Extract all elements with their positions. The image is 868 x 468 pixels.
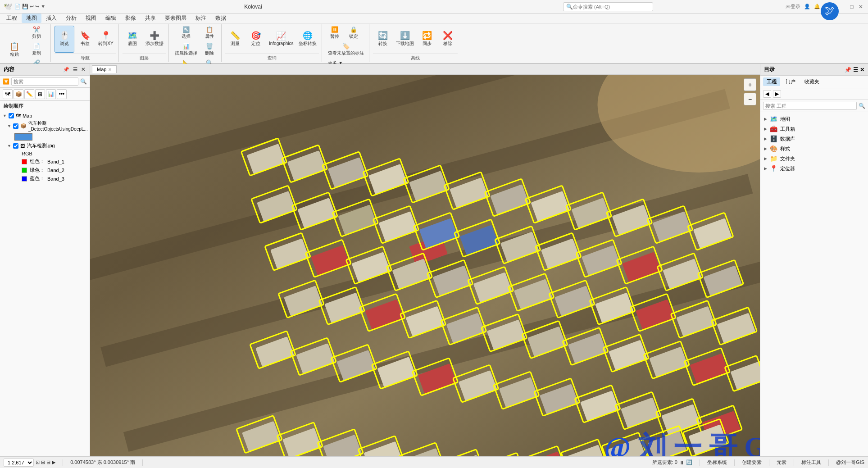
maximize-button[interactable]: □ bbox=[848, 3, 855, 10]
ribbon-group-clipboard: 📋 粘贴 ✂️ 剪切 📄 复制 🔗 复制路径 剪贴板 bbox=[2, 24, 51, 62]
map-tab-main[interactable]: Map ✕ bbox=[92, 65, 117, 73]
ribbon-cut-button[interactable]: ✂️ 剪切 bbox=[25, 25, 48, 41]
ribbon-remove-button[interactable]: ❌ 移除 bbox=[438, 26, 458, 53]
expand-arrow-jpg[interactable]: ▼ bbox=[7, 144, 11, 148]
ribbon-coord-convert-button[interactable]: 🌐 坐标转换 bbox=[296, 26, 319, 53]
app-title: Kolovai bbox=[76, 4, 431, 10]
layer-item-color-box[interactable] bbox=[0, 132, 90, 141]
right-panel-close-button[interactable]: ✕ bbox=[860, 67, 864, 73]
toolbar-layer-btn[interactable]: 📦 bbox=[14, 89, 23, 99]
map-zoom-out-button[interactable]: − bbox=[744, 93, 756, 105]
catalog-back-button[interactable]: ◀ bbox=[763, 90, 771, 98]
catalog-tab-favorites[interactable]: 收藏夹 bbox=[801, 77, 823, 86]
left-panel-menu-button[interactable]: ☰ bbox=[72, 67, 78, 73]
coordinates-display: 0.0074583° 东 0.0030915° 南 bbox=[70, 459, 135, 466]
left-panel-pin-button[interactable]: 📌 bbox=[62, 67, 70, 73]
left-panel-header: 内容 📌 ☰ ✕ bbox=[0, 64, 90, 76]
ribbon-download-map-button[interactable]: ⬇️ 下载地图 bbox=[394, 26, 416, 53]
window-controls[interactable]: ─ □ ✕ bbox=[839, 3, 864, 10]
menu-map[interactable]: 地图 bbox=[22, 14, 41, 23]
close-tab-button[interactable]: ✕ bbox=[108, 67, 112, 72]
menu-data[interactable]: 数据 bbox=[211, 14, 231, 23]
scale-select[interactable]: 1:2,617 bbox=[4, 459, 34, 467]
elements-label: 元素 bbox=[777, 459, 786, 466]
ribbon-infographics-button[interactable]: 📈 Infographics bbox=[267, 26, 295, 53]
ribbon-sync-button[interactable]: 🔁 同步 bbox=[417, 26, 437, 53]
ribbon-basemap-button[interactable]: 🗺️ 底图 bbox=[123, 26, 142, 53]
expand-arrow-car[interactable]: ▼ bbox=[7, 124, 11, 128]
toolbar-map-btn[interactable]: 🗺 bbox=[3, 89, 13, 99]
layer-name-map: Map bbox=[23, 113, 32, 118]
catalog-tab-portal[interactable]: 门户 bbox=[782, 77, 799, 86]
expand-arrow-map[interactable]: ▼ bbox=[3, 114, 7, 118]
ribbon-copy-button[interactable]: 📄 复制 bbox=[25, 42, 48, 58]
catalog-tab-project[interactable]: 工程 bbox=[763, 77, 780, 86]
catalog-item-toolbox[interactable]: ▶ 🧰 工具箱 bbox=[760, 124, 868, 134]
toolbar-more-btn[interactable]: ••• bbox=[57, 89, 67, 99]
map-zoom-in-button[interactable]: + bbox=[744, 78, 756, 91]
search-go-icon[interactable]: 🔍 bbox=[80, 78, 87, 85]
menu-label[interactable]: 标注 bbox=[191, 14, 211, 23]
locate-label: 定位 bbox=[251, 41, 260, 47]
ribbon-measure-button[interactable]: 📏 测量 bbox=[225, 26, 245, 53]
catalog-item-map[interactable]: ▶ 🗺️ 地图 bbox=[760, 114, 868, 124]
ribbon-bookmark-button[interactable]: 🔖 书签 bbox=[75, 26, 95, 53]
ribbon-pause-button[interactable]: ⏸️ 暂停 bbox=[326, 25, 344, 41]
toolbar-edit-btn[interactable]: ✏️ bbox=[24, 89, 34, 99]
menu-insert[interactable]: 插入 bbox=[41, 14, 61, 23]
expand-style-icon[interactable]: ▶ bbox=[764, 146, 767, 151]
toolbar-table-btn[interactable]: ⊞ bbox=[35, 89, 45, 99]
right-panel-pin-button[interactable]: 📌 bbox=[845, 67, 851, 73]
layer-checkbox-car-detect[interactable] bbox=[13, 123, 18, 129]
ribbon-convert-button[interactable]: 🔄 转换 bbox=[373, 26, 393, 53]
layer-item-car-detect[interactable]: ▼ 📦 汽车检测_DetectObjectsUsingDeepL... bbox=[0, 119, 90, 132]
select-label: 选择 bbox=[182, 33, 191, 40]
ribbon-browse-button[interactable]: 🖱️ 浏览 bbox=[55, 26, 74, 53]
menu-share[interactable]: 共享 bbox=[141, 14, 160, 23]
layer-item-map[interactable]: ▼ 🗺 Map bbox=[0, 112, 90, 119]
menu-engineering[interactable]: 工程 bbox=[2, 14, 22, 23]
catalog-forward-button[interactable]: ▶ bbox=[773, 90, 781, 98]
layer-checkbox-map[interactable] bbox=[9, 113, 14, 118]
menu-imagery[interactable]: 影像 bbox=[121, 14, 141, 23]
expand-map-icon[interactable]: ▶ bbox=[764, 117, 767, 121]
user-avatar[interactable]: 👤 bbox=[804, 4, 810, 9]
catalog-search-icon[interactable]: 🔍 bbox=[859, 103, 865, 109]
layer-item-car-jpg[interactable]: ▼ 🖼 汽车检测.jpg bbox=[0, 141, 90, 150]
goto-icon: 📍 bbox=[101, 32, 111, 40]
coord-label: 坐标转换 bbox=[299, 41, 317, 47]
menu-view[interactable]: 视图 bbox=[81, 14, 101, 23]
catalog-item-folder[interactable]: ▶ 📁 文件夹 bbox=[760, 154, 868, 164]
menu-analysis[interactable]: 分析 bbox=[61, 14, 81, 23]
ribbon-delete-button[interactable]: 🗑️ 删除 bbox=[200, 42, 218, 58]
ribbon-select-button[interactable]: ↖️ 选择 bbox=[177, 25, 195, 41]
expand-locator-icon[interactable]: ▶ bbox=[764, 166, 767, 171]
menu-edit[interactable]: 编辑 bbox=[101, 14, 121, 23]
ribbon-view-unplaced-button[interactable]: 🏷️ 查看未放置的标注 bbox=[326, 42, 366, 58]
menubar: 工程 地图 插入 分析 视图 编辑 影像 共享 要素图层 标注 数据 bbox=[0, 14, 868, 23]
toolbar-chart-btn[interactable]: 📊 bbox=[46, 89, 56, 99]
right-panel-menu-button[interactable]: ☰ bbox=[853, 67, 858, 73]
layer-checkbox-car-jpg[interactable] bbox=[13, 143, 18, 149]
close-button[interactable]: ✕ bbox=[857, 3, 864, 10]
global-search-box[interactable]: 🔍 bbox=[563, 2, 653, 11]
ribbon-add-data-button[interactable]: ➕ 添加数据 bbox=[143, 26, 166, 53]
expand-db-icon[interactable]: ▶ bbox=[764, 136, 767, 141]
catalog-item-database[interactable]: ▶ 🗄️ 数据库 bbox=[760, 134, 868, 144]
expand-folder-icon[interactable]: ▶ bbox=[764, 156, 767, 161]
left-panel-search-input[interactable] bbox=[11, 77, 78, 86]
ribbon-lock-button[interactable]: 🔒 锁定 bbox=[345, 25, 363, 41]
map-canvas[interactable]: @ 刘 一 哥 GIS + − bbox=[90, 75, 760, 456]
ribbon-paste-button[interactable]: 📋 粘贴 bbox=[5, 36, 24, 64]
ribbon-locate-button[interactable]: 🎯 定位 bbox=[246, 26, 266, 53]
menu-feature-layer[interactable]: 要素图层 bbox=[160, 14, 191, 23]
expand-toolbox-icon[interactable]: ▶ bbox=[764, 127, 767, 131]
ribbon-select-by-attr-button[interactable]: 📊 按属性选择 bbox=[173, 42, 200, 58]
ribbon-attribute-button[interactable]: 📋 属性 bbox=[200, 25, 218, 41]
catalog-item-style[interactable]: ▶ 🎨 样式 bbox=[760, 144, 868, 154]
catalog-item-locator[interactable]: ▶ 📍 定位器 bbox=[760, 164, 868, 173]
ribbon-goto-button[interactable]: 📍 转到XY bbox=[96, 26, 116, 53]
global-search-input[interactable] bbox=[573, 4, 645, 9]
left-panel-close-button[interactable]: ✕ bbox=[80, 67, 86, 73]
catalog-search-input[interactable] bbox=[763, 102, 857, 110]
